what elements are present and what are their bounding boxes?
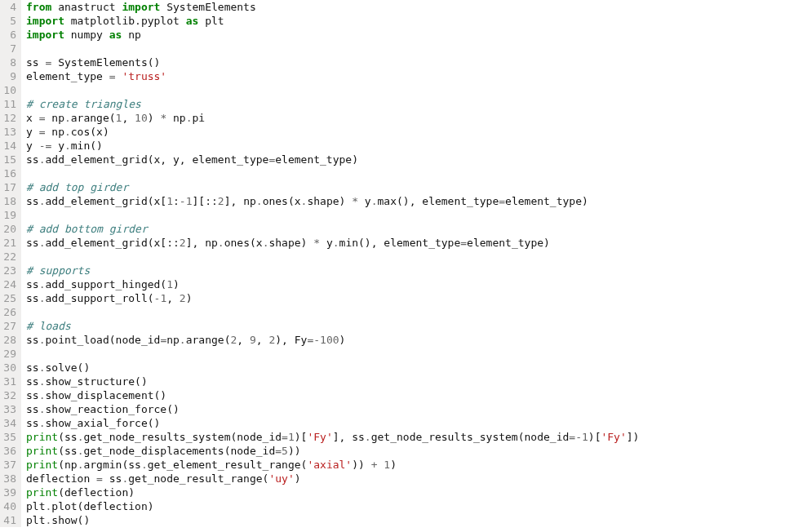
code-line: ss.add_element_grid(x[1:-1][::2], np.one… xyxy=(26,194,785,208)
token-pn: )[ xyxy=(588,431,601,443)
token-pn: ], ss xyxy=(333,431,365,443)
line-number: 27 xyxy=(2,319,16,333)
token-pn: , xyxy=(166,292,180,304)
token-pn: ) xyxy=(295,472,301,485)
line-number: 33 xyxy=(2,402,16,416)
token-pn: ss xyxy=(26,403,39,415)
token-op: . xyxy=(365,431,371,443)
token-pn: : xyxy=(173,195,180,207)
line-number: 19 xyxy=(2,208,16,222)
token-pn: x xyxy=(26,112,39,124)
token-op: . xyxy=(64,126,71,138)
token-num: 2 xyxy=(180,292,186,304)
line-number: 28 xyxy=(2,333,16,347)
token-op: - xyxy=(180,195,186,207)
token-pn: np xyxy=(122,29,140,41)
code-line: print(np.argmin(ss.get_element_result_ra… xyxy=(26,458,785,472)
token-kw: import xyxy=(122,1,160,13)
token-pn: y xyxy=(51,140,64,152)
token-pn: y xyxy=(26,126,39,138)
code-line: ss.show_reaction_force() xyxy=(26,402,785,416)
token-pn: numpy xyxy=(64,29,109,41)
line-number: 26 xyxy=(2,305,16,319)
token-pn: ][:: xyxy=(193,195,218,207)
token-pn: )[ xyxy=(295,431,308,443)
token-pn: ones(x xyxy=(224,237,263,249)
token-op: . xyxy=(180,334,186,346)
token-pn: solve() xyxy=(45,361,90,374)
token-op: = xyxy=(499,195,505,207)
code-line xyxy=(26,347,785,361)
token-pn: add_element_grid(x[:: xyxy=(45,237,179,249)
token-op: . xyxy=(218,237,224,249)
token-pn: add_element_grid(x[ xyxy=(45,195,166,207)
token-pn: get_node_result_range( xyxy=(128,472,268,485)
line-number: 9 xyxy=(2,69,16,83)
line-number: 4 xyxy=(2,0,16,14)
code-block: 4567891011121314151617181920212223242526… xyxy=(0,0,785,527)
line-number: 6 xyxy=(2,28,16,42)
token-pn: np xyxy=(166,334,180,346)
token-kw: import xyxy=(26,15,64,27)
code-line: deflection = ss.get_node_result_range('u… xyxy=(26,472,785,485)
token-pn: plt xyxy=(198,15,224,27)
token-pn: get_element_result_range( xyxy=(148,459,308,471)
code-line: # supports xyxy=(26,264,785,277)
token-pn: ) xyxy=(148,112,161,124)
token-op: * xyxy=(352,195,358,207)
line-number: 17 xyxy=(2,180,16,194)
token-pn: )) xyxy=(352,459,370,471)
token-pn: pi xyxy=(193,112,206,124)
token-pn: element_type xyxy=(26,70,109,82)
token-op: =- xyxy=(569,431,582,443)
line-number: 31 xyxy=(2,375,16,388)
code-line: # create triangles xyxy=(26,97,785,111)
token-pn: ss xyxy=(26,153,39,166)
token-op: . xyxy=(333,237,339,249)
token-num: 1 xyxy=(166,195,173,207)
token-pn: ss xyxy=(26,237,39,249)
token-op: = xyxy=(282,431,288,443)
token-kw: as xyxy=(109,29,122,41)
token-op: . xyxy=(141,459,148,471)
token-pn: get_node_displacements(node_id xyxy=(83,445,275,457)
token-pn: SystemElements xyxy=(160,1,255,13)
token-kw: as xyxy=(186,15,199,27)
token-str: 'Fy' xyxy=(307,431,332,443)
token-num: 1 xyxy=(384,459,390,471)
token-pn: ) xyxy=(173,278,180,290)
code-line: ss.add_element_grid(x, y, element_type=e… xyxy=(26,153,785,166)
code-line: ss.solve() xyxy=(26,361,785,375)
token-pn: ], np xyxy=(186,237,218,249)
token-fn: print xyxy=(26,445,58,457)
code-line: ss.show_displacement() xyxy=(26,388,785,402)
line-number: 35 xyxy=(2,430,16,444)
code-line xyxy=(26,166,785,180)
code-content: from anastruct import SystemElementsimpo… xyxy=(21,0,785,527)
token-pn: shape) xyxy=(268,237,313,249)
code-line xyxy=(26,83,785,97)
line-number: 29 xyxy=(2,347,16,361)
code-line: ss = SystemElements() xyxy=(26,55,785,69)
line-number: 7 xyxy=(2,42,16,55)
token-pn: (np xyxy=(58,459,77,471)
token-pn: max(), element_type xyxy=(378,195,499,207)
line-number: 5 xyxy=(2,14,16,28)
token-pn: element_type) xyxy=(275,153,358,166)
token-pn: y xyxy=(26,140,39,152)
token-pn: ss xyxy=(103,472,122,485)
token-pn: show_structure() xyxy=(45,375,147,388)
token-op: = xyxy=(109,70,116,82)
code-line: x = np.arange(1, 10) * np.pi xyxy=(26,111,785,125)
token-pn: ss xyxy=(26,361,39,374)
token-pn: np xyxy=(166,112,185,124)
token-pn: ]) xyxy=(627,431,640,443)
token-pn: , xyxy=(256,334,269,346)
token-fn: print xyxy=(26,459,58,471)
token-pn: point_load(node_id xyxy=(45,334,160,346)
token-pn: ss xyxy=(26,334,39,346)
line-number: 18 xyxy=(2,194,16,208)
code-line: ss.add_support_roll(-1, 2) xyxy=(26,291,785,305)
token-fn: print xyxy=(26,486,58,499)
token-op: . xyxy=(371,195,378,207)
